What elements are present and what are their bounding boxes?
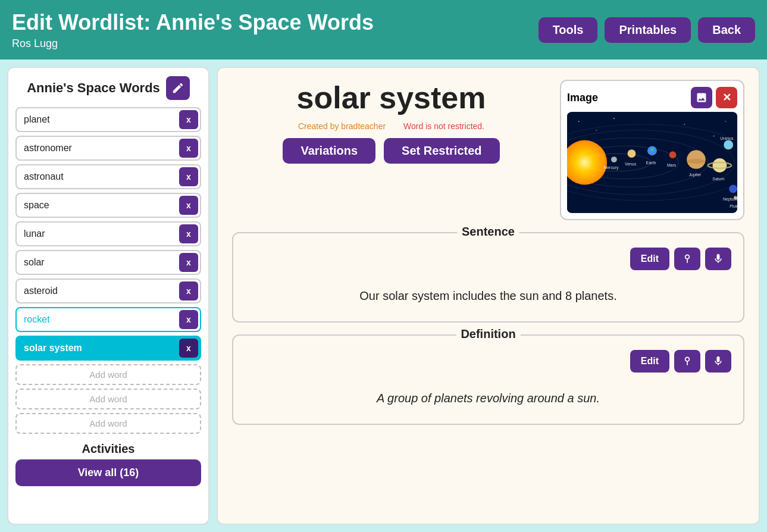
word-item-astronaut[interactable]: astronaut x <box>15 164 201 189</box>
svg-text:Uranus: Uranus <box>720 136 734 140</box>
meta-restricted: Word is not restricted. <box>403 121 484 131</box>
image-gallery-button[interactable] <box>691 87 712 108</box>
word-header: solar system Created by bradteacher Word… <box>232 80 744 220</box>
word-item-lunar[interactable]: lunar x <box>15 221 201 246</box>
svg-text:Neptune: Neptune <box>723 197 737 202</box>
svg-point-19 <box>687 159 706 164</box>
remove-solar-button[interactable]: x <box>179 253 198 272</box>
sidebar-title: Annie's Space Words <box>27 80 160 96</box>
svg-point-17 <box>669 151 677 158</box>
header-subtitle: Ros Lugg <box>12 37 374 50</box>
word-header-left: solar system Created by bradteacher Word… <box>232 80 550 164</box>
word-item-asteroid[interactable]: asteroid x <box>15 278 201 303</box>
remove-solar-system-button[interactable]: x <box>179 339 198 358</box>
svg-point-14 <box>628 149 636 158</box>
svg-text:Mars: Mars <box>667 163 677 167</box>
word-label: asteroid <box>17 281 177 301</box>
remove-asteroid-button[interactable]: x <box>179 281 198 301</box>
word-meta: Created by bradteacher Word is not restr… <box>232 121 550 131</box>
page-title: Edit Wordlist: Annie's Space Words <box>12 10 374 35</box>
definition-mic-button[interactable] <box>705 350 731 373</box>
word-item-solar-system[interactable]: solar system x <box>15 336 201 361</box>
sentence-audio-button[interactable] <box>674 248 700 270</box>
add-word-2[interactable]: Add word <box>15 389 201 409</box>
image-close-button[interactable]: ✕ <box>716 87 737 108</box>
definition-audio-button[interactable] <box>674 350 700 373</box>
image-label: Image <box>567 92 598 104</box>
definition-text: A group of planets revolving around a su… <box>245 380 731 412</box>
sentence-buttons: Edit <box>630 248 731 270</box>
header-left: Edit Wordlist: Annie's Space Words Ros L… <box>12 10 374 50</box>
edit-wordlist-button[interactable] <box>166 76 190 100</box>
remove-planet-button[interactable]: x <box>179 110 198 129</box>
microphone-icon <box>712 253 724 265</box>
pencil-icon <box>171 82 184 95</box>
svg-text:Earth: Earth <box>646 161 656 165</box>
svg-point-1 <box>578 121 580 122</box>
remove-rocket-button[interactable]: x <box>179 310 198 329</box>
word-label: lunar <box>17 224 177 243</box>
main-layout: Annie's Space Words planet x astronomer … <box>0 60 767 532</box>
word-label: space <box>17 196 177 215</box>
svg-point-4 <box>684 124 685 125</box>
variations-button[interactable]: Variations <box>283 138 375 164</box>
printables-button[interactable]: Printables <box>605 17 691 43</box>
remove-space-button[interactable]: x <box>179 196 198 215</box>
word-item-astronomer[interactable]: astronomer x <box>15 136 201 161</box>
set-restricted-button[interactable]: Set Restricted <box>384 138 500 164</box>
ear-icon-def <box>681 355 693 367</box>
word-item-rocket[interactable]: rocket x <box>15 307 201 332</box>
sidebar: Annie's Space Words planet x astronomer … <box>7 67 209 525</box>
svg-text:Venus: Venus <box>625 162 637 166</box>
image-box-header: Image ✕ <box>567 87 737 108</box>
back-button[interactable]: Back <box>698 17 755 43</box>
svg-point-2 <box>596 130 597 131</box>
microphone-icon-def <box>712 355 724 367</box>
sentence-mic-button[interactable] <box>705 248 731 270</box>
sentence-section: Sentence Edit Our <box>232 232 744 323</box>
activities-section: Activities View all (16) <box>15 442 201 486</box>
meta-created: Created by bradteacher <box>298 121 386 131</box>
header-buttons: Tools Printables Back <box>539 17 755 43</box>
ear-icon <box>681 253 693 265</box>
definition-buttons: Edit <box>630 350 731 373</box>
word-actions: Variations Set Restricted <box>232 138 550 164</box>
gallery-icon <box>696 92 707 104</box>
word-label: astronaut <box>17 167 177 186</box>
sentence-edit-button[interactable]: Edit <box>630 248 669 270</box>
svg-point-22 <box>724 140 733 150</box>
remove-lunar-button[interactable]: x <box>179 224 198 243</box>
remove-astronomer-button[interactable]: x <box>179 139 198 158</box>
sentence-header: Edit <box>245 243 731 270</box>
svg-text:Mercury: Mercury <box>604 165 619 170</box>
word-item-planet[interactable]: planet x <box>15 107 201 132</box>
svg-point-13 <box>611 157 617 162</box>
word-label: solar <box>17 253 177 272</box>
word-item-solar[interactable]: solar x <box>15 250 201 275</box>
header: Edit Wordlist: Annie's Space Words Ros L… <box>0 0 767 60</box>
svg-text:Saturn: Saturn <box>712 177 724 181</box>
definition-edit-button[interactable]: Edit <box>630 350 669 373</box>
definition-header: Edit <box>245 345 731 373</box>
view-all-button[interactable]: View all (16) <box>15 459 201 486</box>
definition-section: Definition Edit A <box>232 334 744 425</box>
definition-label: Definition <box>456 327 520 341</box>
tools-button[interactable]: Tools <box>539 17 598 43</box>
remove-astronaut-button[interactable]: x <box>179 167 198 186</box>
sentence-text: Our solar system includes the sun and 8 … <box>245 277 731 309</box>
content-panel: solar system Created by bradteacher Word… <box>217 67 760 525</box>
add-word-1[interactable]: Add word <box>15 364 201 385</box>
svg-text:Jupiter: Jupiter <box>689 173 702 177</box>
image-box: Image ✕ <box>560 80 744 220</box>
word-label: solar system <box>17 339 177 358</box>
add-word-3[interactable]: Add word <box>15 413 201 434</box>
word-item-space[interactable]: space x <box>15 193 201 218</box>
svg-point-20 <box>713 158 727 173</box>
svg-point-3 <box>613 118 615 119</box>
svg-point-23 <box>729 184 737 193</box>
word-label: rocket <box>17 310 177 329</box>
activities-label: Activities <box>15 442 201 456</box>
svg-point-5 <box>713 136 715 137</box>
word-label: planet <box>17 110 177 129</box>
svg-text:Pluto: Pluto <box>730 204 737 208</box>
